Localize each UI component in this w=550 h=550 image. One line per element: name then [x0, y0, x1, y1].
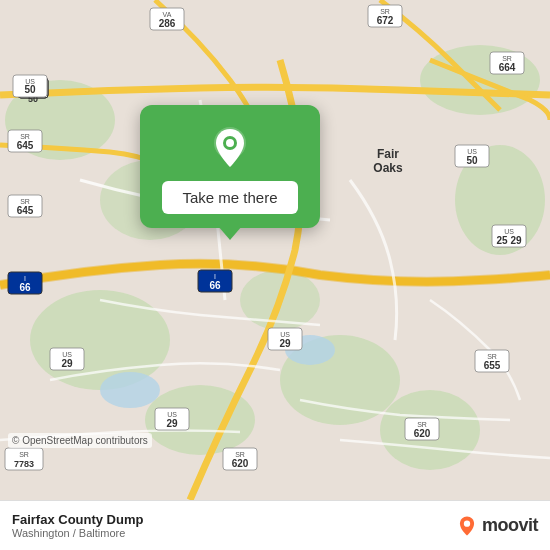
svg-text:620: 620 [232, 458, 249, 469]
svg-text:US: US [167, 411, 177, 418]
svg-text:SR: SR [19, 451, 29, 458]
svg-text:66: 66 [19, 282, 31, 293]
svg-text:US: US [504, 228, 514, 235]
map-container: US 50 US 50 VA 286 SR 672 SR 664 SR 645 … [0, 0, 550, 500]
svg-text:50: 50 [24, 84, 36, 95]
svg-text:SR: SR [20, 133, 30, 140]
svg-text:SR: SR [502, 55, 512, 62]
osm-credit: © OpenStreetMap contributors [8, 433, 152, 448]
svg-text:645: 645 [17, 205, 34, 216]
svg-text:672: 672 [377, 15, 394, 26]
location-region: Washington / Baltimore [12, 527, 143, 539]
svg-text:Oaks: Oaks [373, 161, 403, 175]
svg-text:SR: SR [20, 198, 30, 205]
svg-text:66: 66 [209, 280, 221, 291]
location-pin-icon [206, 123, 254, 171]
moovit-logo: moovit [456, 515, 538, 537]
svg-text:US: US [280, 331, 290, 338]
svg-text:7783: 7783 [14, 459, 34, 469]
bottom-bar: Fairfax County Dump Washington / Baltimo… [0, 500, 550, 550]
svg-text:645: 645 [17, 140, 34, 151]
svg-text:I: I [214, 273, 216, 280]
svg-text:664: 664 [499, 62, 516, 73]
svg-text:Fair: Fair [377, 147, 399, 161]
svg-point-4 [30, 290, 170, 390]
svg-text:50: 50 [466, 155, 478, 166]
svg-text:VA: VA [163, 11, 172, 18]
map-background: US 50 US 50 VA 286 SR 672 SR 664 SR 645 … [0, 0, 550, 500]
moovit-text: moovit [482, 515, 538, 536]
svg-text:SR: SR [235, 451, 245, 458]
location-info: Fairfax County Dump Washington / Baltimo… [12, 512, 143, 539]
moovit-pin-icon [456, 515, 478, 537]
svg-point-72 [464, 520, 470, 526]
svg-text:29: 29 [279, 338, 291, 349]
take-me-there-button[interactable]: Take me there [162, 181, 297, 214]
location-name: Fairfax County Dump [12, 512, 143, 527]
svg-point-71 [226, 139, 234, 147]
popup-card[interactable]: Take me there [140, 105, 320, 228]
svg-text:SR: SR [380, 8, 390, 15]
svg-text:US: US [467, 148, 477, 155]
svg-text:286: 286 [159, 18, 176, 29]
svg-text:29: 29 [61, 358, 73, 369]
svg-text:US: US [62, 351, 72, 358]
svg-text:I: I [24, 275, 26, 282]
svg-text:SR: SR [417, 421, 427, 428]
svg-text:620: 620 [414, 428, 431, 439]
svg-text:SR: SR [487, 353, 497, 360]
svg-text:29: 29 [166, 418, 178, 429]
svg-text:25 29: 25 29 [496, 235, 521, 246]
svg-point-10 [100, 372, 160, 408]
svg-text:655: 655 [484, 360, 501, 371]
